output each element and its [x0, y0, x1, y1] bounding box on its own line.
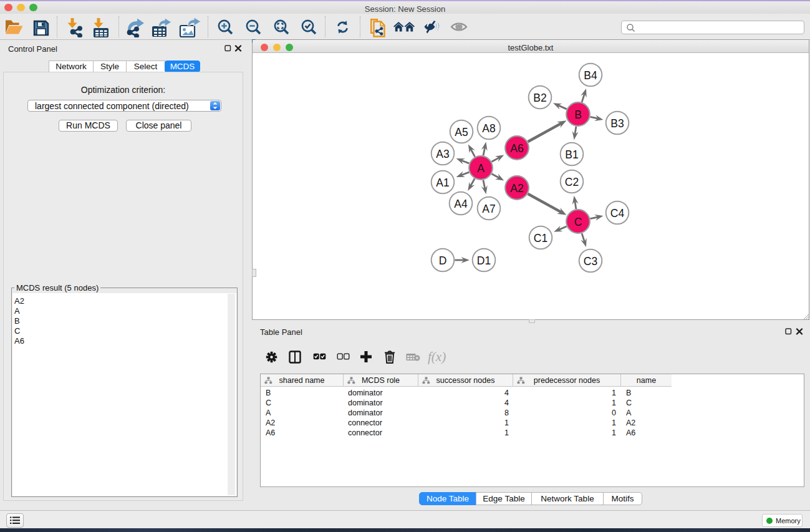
svg-text:B4: B4: [584, 69, 597, 82]
svg-text:C4: C4: [610, 207, 625, 220]
svg-text:B: B: [574, 109, 582, 121]
svg-text:A3: A3: [436, 148, 449, 160]
svg-text:C3: C3: [584, 255, 597, 268]
svg-text:A2: A2: [510, 182, 523, 195]
svg-text:A1: A1: [436, 177, 449, 189]
svg-text:A: A: [477, 162, 485, 175]
svg-text:A8: A8: [482, 122, 495, 135]
svg-text:C2: C2: [565, 176, 579, 188]
svg-text:A6: A6: [510, 142, 523, 155]
svg-text:D: D: [439, 254, 447, 267]
svg-text:B3: B3: [610, 117, 624, 130]
svg-text:C: C: [574, 216, 582, 228]
svg-text:B1: B1: [565, 148, 578, 161]
svg-text:C1: C1: [534, 232, 547, 244]
svg-text:A5: A5: [455, 126, 468, 138]
svg-text:B2: B2: [533, 92, 546, 104]
svg-text:D1: D1: [477, 254, 491, 267]
svg-text:A4: A4: [454, 198, 468, 210]
svg-text:A7: A7: [482, 203, 495, 215]
